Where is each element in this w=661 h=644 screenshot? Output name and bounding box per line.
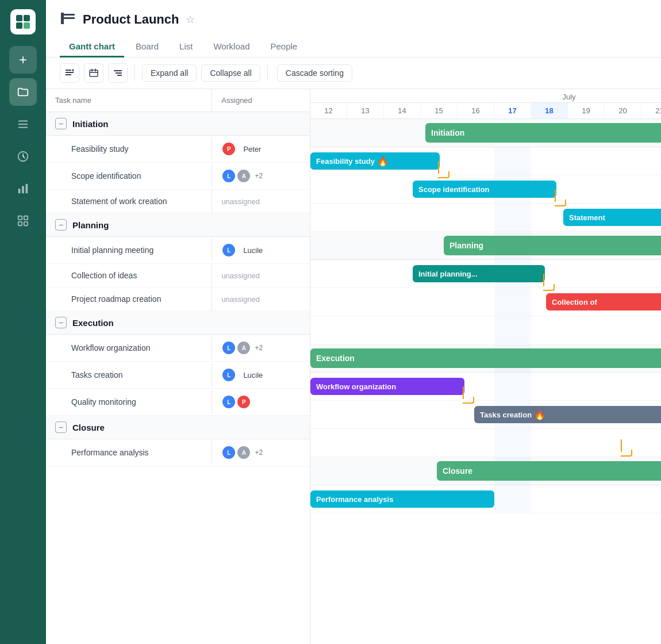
sidebar-item-chart[interactable] — [9, 175, 37, 202]
task-row-statement[interactable]: Statement of work creation unassigned — [46, 190, 310, 213]
gantt-row-workflow: Workflow organization — [310, 373, 661, 401]
tab-gantt[interactable]: Gantt chart — [60, 37, 124, 57]
gantt-bar-label-scope: Scope identification — [418, 185, 490, 194]
task-row-collection[interactable]: Collection of ideas unassigned — [46, 264, 310, 288]
svg-rect-17 — [66, 74, 71, 75]
favorite-icon[interactable]: ☆ — [186, 13, 195, 26]
task-row-workflow[interactable]: Workflow organization L A +2 — [46, 335, 310, 362]
gantt-bar-label-performance: Performance analysis — [316, 495, 393, 504]
left-panel: Task name Assigned − Initiation Feasibil… — [46, 89, 310, 644]
task-assigned-workflow: L A +2 — [212, 335, 310, 361]
task-row-performance[interactable]: Performance analysis L A +2 — [46, 439, 310, 466]
task-assigned-scope: L A +2 — [212, 163, 310, 189]
date-row: 12 13 14 15 16 17 18 19 20 21 — [310, 103, 661, 119]
tab-nav: Gantt chart Board List Workload People — [60, 37, 647, 57]
task-row-planning-meeting[interactable]: Initial planning meeting L Lucile — [46, 237, 310, 264]
group-toggle-execution[interactable]: − — [55, 317, 67, 328]
task-name-feasibility: Feasibility study — [46, 137, 212, 160]
task-assigned-tasks-creation: L Lucile — [212, 362, 310, 388]
group-name-closure: Closure — [72, 423, 105, 432]
group-row-execution[interactable]: − Execution — [46, 311, 310, 335]
group-row-initiation[interactable]: − Initiation — [46, 112, 310, 136]
task-name-planning-meeting: Initial planning meeting — [46, 239, 212, 262]
header: Product Launch ☆ Gantt chart Board List … — [46, 0, 661, 57]
gantt-bar-planning[interactable]: Planning — [444, 236, 661, 255]
task-assigned-collection: unassigned — [212, 266, 310, 286]
gantt-panel[interactable]: July 12 13 14 15 16 17 18 19 20 21 — [310, 89, 661, 644]
task-row-tasks-creation[interactable]: Tasks creation L Lucile — [46, 362, 310, 389]
gantt-bar-label-collection: Collection of — [552, 298, 597, 306]
svg-rect-21 — [116, 72, 122, 74]
gantt-bar-scope[interactable]: Scope identification — [413, 181, 556, 198]
group-toggle-planning[interactable]: − — [55, 219, 67, 231]
tab-workload[interactable]: Workload — [204, 37, 259, 57]
svg-rect-6 — [22, 186, 24, 193]
avatar: L — [221, 367, 236, 382]
indent-view-icon-button[interactable] — [108, 63, 128, 83]
assigned-name-tasks-creation: Lucile — [243, 371, 263, 379]
task-row-feasibility[interactable]: Feasibility study P Peter — [46, 136, 310, 163]
today-highlight-col — [494, 316, 531, 344]
avatar: P — [236, 394, 251, 409]
date-15: 15 — [421, 103, 458, 118]
task-name-workflow: Workflow organization — [46, 336, 212, 359]
gantt-bar-feasibility[interactable]: Feasibility study 🔥 — [310, 152, 440, 170]
task-name-tasks-creation: Tasks creation — [46, 363, 212, 386]
toolbar-divider-2 — [267, 65, 268, 81]
calendar-view-icon-button[interactable] — [84, 63, 103, 83]
task-view-icon-button[interactable] — [60, 63, 79, 83]
date-17: 17 — [494, 103, 531, 118]
sidebar-item-folder[interactable] — [9, 78, 37, 106]
gantt-bar-label-feasibility: Feasibility study — [316, 157, 375, 166]
gantt-bar-workflow[interactable]: Workflow organization — [310, 378, 464, 395]
task-row-quality[interactable]: Quality monitoring L P — [46, 389, 310, 416]
date-18: 18 — [531, 103, 568, 118]
task-row-roadmap[interactable]: Project roadmap creation unassigned — [46, 288, 310, 311]
gantt-bar-label-planning-meeting: Initial planning... — [418, 270, 478, 278]
collapse-all-button[interactable]: Collapse all — [201, 64, 260, 82]
avatar: A — [236, 445, 251, 460]
svg-rect-8 — [18, 216, 22, 220]
sidebar-add-button[interactable]: + — [9, 46, 37, 74]
gantt-row-collection: Collection of — [310, 288, 661, 316]
table-container: Task name Assigned − Initiation Feasibil… — [46, 89, 661, 644]
today-highlight-col — [494, 288, 531, 316]
svg-rect-1 — [24, 15, 30, 21]
gantt-bar-performance[interactable]: Performance analysis — [310, 490, 494, 508]
gantt-bar-statement[interactable]: Statement — [563, 209, 661, 226]
cascade-sorting-button[interactable]: Cascade sorting — [277, 64, 352, 82]
date-16: 16 — [458, 103, 494, 118]
today-highlight-col — [494, 373, 531, 400]
app-logo[interactable] — [10, 9, 36, 34]
gantt-inner: July 12 13 14 15 16 17 18 19 20 21 — [310, 89, 661, 644]
tab-people[interactable]: People — [261, 37, 306, 57]
assigned-column-header: Assigned — [212, 89, 310, 112]
task-row-scope[interactable]: Scope identification L A +2 — [46, 163, 310, 190]
group-toggle-closure[interactable]: − — [55, 421, 67, 433]
project-title: Product Launch — [83, 12, 179, 27]
gantt-bar-tasks-creation[interactable]: Tasks creation 🔥 — [474, 406, 661, 423]
gantt-bar-execution[interactable]: Execution — [310, 348, 661, 368]
avatar: L — [221, 394, 236, 409]
gantt-bar-initiation[interactable]: Initiation — [425, 123, 661, 143]
gantt-bar-planning-meeting[interactable]: Initial planning... — [413, 265, 545, 282]
tab-board[interactable]: Board — [126, 37, 168, 57]
group-row-closure[interactable]: − Closure — [46, 416, 310, 439]
gantt-bar-collection[interactable]: Collection of — [546, 293, 661, 310]
project-icon — [60, 10, 76, 29]
task-assigned-performance: L A +2 — [212, 439, 310, 466]
gantt-row-planning-meeting: Initial planning... — [310, 260, 661, 288]
sidebar-item-clock[interactable] — [9, 143, 37, 170]
avatar: L — [221, 445, 236, 460]
sidebar-item-grid[interactable] — [9, 207, 37, 235]
task-name-statement: Statement of work creation — [46, 190, 212, 213]
gantt-row-performance: Performance analysis — [310, 485, 661, 513]
gantt-bar-closure[interactable]: Closure — [437, 461, 661, 481]
sidebar-item-list[interactable] — [9, 110, 37, 138]
expand-all-button[interactable]: Expand all — [142, 64, 197, 82]
tab-list[interactable]: List — [170, 37, 202, 57]
group-row-planning[interactable]: − Planning — [46, 213, 310, 237]
group-toggle-initiation[interactable]: − — [55, 118, 67, 129]
avatar: P — [221, 141, 236, 156]
svg-rect-16 — [66, 72, 74, 73]
